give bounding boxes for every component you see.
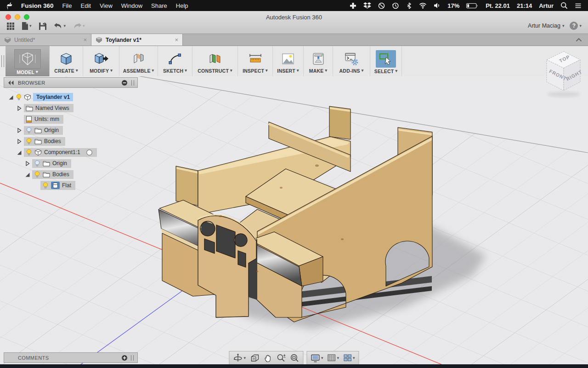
tree-expanded-icon[interactable] [24, 172, 30, 178]
document-cube-icon [96, 37, 102, 43]
browser-row-flat[interactable]: Flat [4, 180, 138, 191]
visibility-bulb-icon[interactable] [34, 160, 40, 167]
toolbar-collapse-chevron[interactable] [576, 34, 588, 46]
ribbon-group-add-ins[interactable]: ADD-INS▾ [333, 46, 370, 76]
browser-row-origin[interactable]: Origin [4, 158, 138, 169]
nav-zoom-button[interactable] [277, 354, 286, 362]
tab-close-icon[interactable]: × [175, 36, 178, 43]
ribbon-group-create[interactable]: CREATE▾ [50, 46, 83, 76]
tree-row-pill: Flat [40, 181, 75, 190]
ribbon-group-assemble[interactable]: ASSEMBLE▾ [119, 46, 158, 76]
document-tab-2[interactable]: Toylander v1*× [91, 34, 183, 46]
chevron-down-icon: ▾ [297, 69, 299, 73]
model-tool-icon [18, 51, 37, 67]
visibility-bulb-icon[interactable] [26, 149, 32, 156]
document-tab-1[interactable]: Untitled*× [0, 34, 91, 46]
browser-row-component1-1[interactable]: Component1:1 [4, 147, 138, 158]
account-menu[interactable]: Artur Maciag▾ [528, 23, 564, 29]
nav-orbit-button[interactable]: ▾ [233, 353, 246, 362]
undo-button[interactable]: ▾ [52, 22, 68, 30]
clock-time: 21:14 [517, 2, 532, 9]
ribbon-group-insert[interactable]: INSERT▾ [273, 46, 304, 76]
apple-menu-icon[interactable] [6, 2, 12, 9]
visibility-bulb-icon[interactable] [16, 94, 22, 101]
display-settings-icon [311, 354, 320, 362]
statusbar-search-icon[interactable] [560, 2, 568, 9]
inspect-tool-icon [248, 52, 263, 66]
nav-grid-snap-button[interactable]: ▾ [328, 354, 339, 362]
battery-percentage: 17% [447, 2, 459, 9]
panel-grip[interactable] [131, 80, 134, 86]
remove-filter-icon[interactable] [121, 80, 128, 86]
browser-row-bodies[interactable]: Bodies [4, 169, 138, 180]
nav-display-settings-button[interactable]: ▾ [311, 354, 323, 362]
ribbon-group-model[interactable]: MODEL▾ [6, 46, 50, 76]
browser-row-bodies[interactable]: Bodies [4, 136, 138, 147]
browser-row-named-views[interactable]: Named Views [4, 103, 138, 114]
fast-user-switch[interactable]: Artur [539, 2, 554, 9]
activate-component-radio[interactable] [86, 149, 93, 156]
redo-button[interactable]: ▾ [71, 22, 87, 30]
statusbar-bluetooth-icon[interactable] [406, 2, 412, 9]
tree-expanded-icon[interactable] [16, 150, 22, 155]
make-tool-icon [311, 52, 326, 66]
statusbar-time-machine-icon[interactable] [392, 2, 399, 9]
help-menu[interactable]: ? ▾ [570, 22, 582, 30]
3d-viewport-canvas[interactable]: BROWSER Toylander v1Named ViewsUnits: mm… [0, 76, 588, 364]
battery-icon[interactable] [466, 3, 479, 9]
menubar-item-share[interactable]: Share [151, 2, 167, 9]
ribbon-group-construct[interactable]: CONSTRUCT▾ [192, 46, 238, 76]
nav-pan-button[interactable] [264, 354, 272, 362]
ribbon-group-modify[interactable]: MODIFY▾ [83, 46, 119, 76]
menubar-item-edit[interactable]: Edit [80, 2, 90, 9]
tree-collapsed-icon[interactable] [16, 138, 22, 144]
browser-panel: BROWSER Toylander v1Named ViewsUnits: mm… [4, 77, 138, 191]
visibility-bulb-icon[interactable] [42, 182, 49, 189]
app-grid-button[interactable] [5, 21, 17, 31]
statusbar-wifi-icon[interactable] [419, 2, 427, 9]
ribbon-group-make[interactable]: MAKE▾ [304, 46, 333, 76]
menubar-item-view[interactable]: View [100, 2, 113, 9]
comments-bar[interactable]: COMMENTS [4, 352, 138, 363]
tree-item-label: Toylander v1 [33, 93, 73, 101]
statusbar-volume-icon[interactable] [434, 2, 441, 9]
statusbar-health-plus-icon[interactable] [350, 2, 356, 9]
statusbar-notification-list-icon[interactable] [575, 3, 582, 9]
ribbon-group-sketch[interactable]: SKETCH▾ [158, 46, 192, 76]
statusbar-prohibit-icon[interactable] [378, 2, 385, 9]
nav-viewports-button[interactable]: ▾ [343, 354, 355, 362]
browser-header[interactable]: BROWSER [4, 77, 138, 88]
look-at-icon [250, 354, 260, 362]
menubar-item-window[interactable]: Window [121, 2, 142, 9]
browser-row-toylander-v1[interactable]: Toylander v1 [4, 92, 138, 103]
browser-row-origin[interactable]: Origin [4, 125, 138, 136]
chevron-down-icon: ▾ [325, 69, 328, 73]
menubar-item-help[interactable]: Help [176, 2, 188, 9]
statusbar-dropbox-icon[interactable] [363, 2, 371, 9]
ribbon-group-select[interactable]: SELECT▾ [370, 46, 402, 76]
active-app-name[interactable]: Fusion 360 [21, 2, 54, 9]
comments-label: COMMENTS [18, 355, 49, 361]
visibility-bulb-icon[interactable] [26, 127, 32, 134]
toolbar-grip[interactable] [0, 46, 6, 76]
tree-expanded-icon[interactable] [8, 94, 14, 100]
browser-row-units-mm[interactable]: Units: mm [4, 114, 138, 125]
comments-grip[interactable] [131, 355, 134, 361]
menubar-item-file[interactable]: File [62, 2, 72, 9]
add-comment-icon[interactable] [121, 355, 128, 361]
tab-close-icon[interactable]: × [83, 36, 87, 43]
tree-collapsed-icon[interactable] [24, 161, 30, 167]
tree-collapsed-icon[interactable] [16, 105, 22, 111]
nav-look-at-button[interactable] [250, 354, 260, 362]
visibility-bulb-icon[interactable] [34, 171, 40, 178]
ribbon-group-inspect[interactable]: INSPECT▾ [238, 46, 273, 76]
view-cube[interactable]: TOP FRONT RIGHT [541, 47, 587, 98]
collapse-panel-icon[interactable] [7, 80, 14, 86]
file-menu-button[interactable]: ▾ [20, 21, 34, 31]
visibility-bulb-icon[interactable] [26, 138, 32, 145]
save-button[interactable] [37, 21, 49, 31]
body-icon-selected [51, 182, 60, 189]
tree-collapsed-icon[interactable] [16, 127, 22, 133]
ribbon-group-label: CREATE [54, 68, 74, 74]
nav-fit-button[interactable] [290, 354, 299, 362]
